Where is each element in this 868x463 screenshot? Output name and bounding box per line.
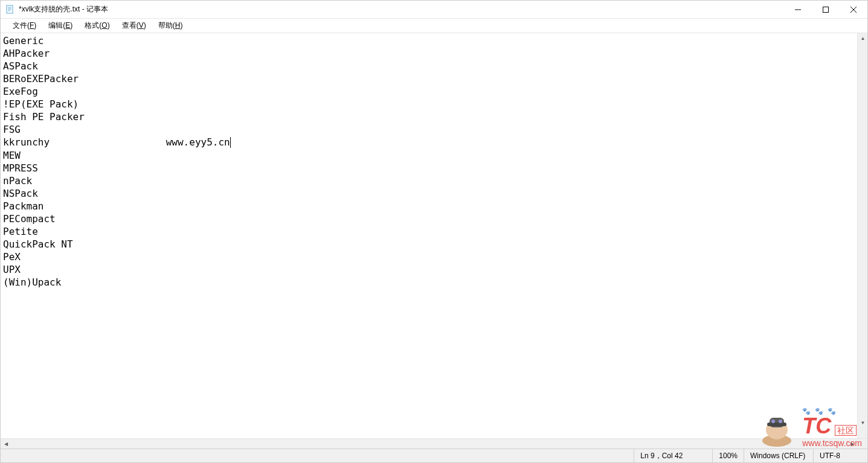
scroll-corner <box>857 439 867 449</box>
maximize-button[interactable] <box>812 1 840 19</box>
vertical-scrollbar[interactable]: ▲ ▼ <box>857 33 867 438</box>
statusbar: Ln 9，Col 42 100% Windows (CRLF) UTF-8 <box>1 449 867 462</box>
svg-rect-0 <box>7 5 13 13</box>
window-title: *xvlk支持脱的壳.txt - 记事本 <box>19 4 784 14</box>
horizontal-scrollbar[interactable] <box>11 439 847 449</box>
status-encoding: UTF-8 <box>813 449 867 462</box>
status-zoom: 100% <box>712 449 744 462</box>
status-position: Ln 9，Col 42 <box>634 449 712 462</box>
close-button[interactable] <box>840 1 867 19</box>
notepad-icon <box>5 5 15 14</box>
menu-format[interactable]: 格式(O) <box>79 19 115 33</box>
menu-help[interactable]: 帮助(H) <box>152 19 189 33</box>
editor-wrapper: Generic AHPacker ASPack BERoEXEPacker Ex… <box>1 33 867 438</box>
status-line-ending: Windows (CRLF) <box>744 449 813 462</box>
menubar: 文件(F) 编辑(E) 格式(O) 查看(V) 帮助(H) <box>1 19 867 33</box>
horizontal-scrollbar-container: ◀ ▶ <box>1 438 867 449</box>
scroll-down-icon[interactable]: ▼ <box>858 418 867 428</box>
menu-edit[interactable]: 编辑(E) <box>42 19 79 33</box>
scroll-up-icon[interactable]: ▲ <box>858 33 867 43</box>
scroll-right-icon[interactable]: ▶ <box>847 439 857 449</box>
svg-rect-6 <box>823 7 829 13</box>
menu-file[interactable]: 文件(F) <box>7 19 42 33</box>
menu-view[interactable]: 查看(V) <box>116 19 152 33</box>
titlebar: *xvlk支持脱的壳.txt - 记事本 <box>1 1 867 19</box>
window-controls <box>784 1 867 18</box>
text-editor[interactable]: Generic AHPacker ASPack BERoEXEPacker Ex… <box>1 33 857 438</box>
minimize-button[interactable] <box>784 1 812 19</box>
scroll-left-icon[interactable]: ◀ <box>1 439 11 449</box>
